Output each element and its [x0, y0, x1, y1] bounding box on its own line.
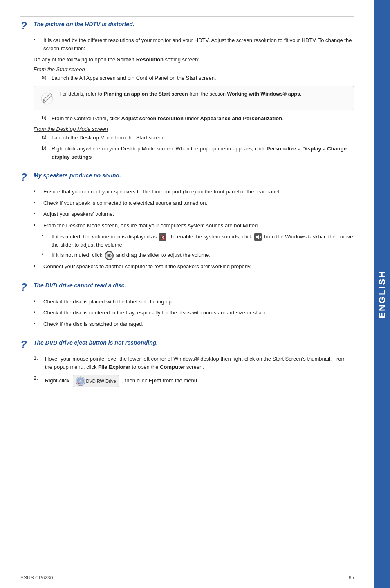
lettered-item-a1: a) Launch the All Apps screen and pin Co… [42, 74, 354, 82]
section-speakers: ? My speakers produce no sound. • Ensure… [20, 172, 354, 271]
content-block-3: • Check if the disc is placed with the l… [34, 298, 354, 328]
letter-a1: a) [42, 74, 52, 80]
lettered-text-db: Right click anywhere on your Desktop Mod… [52, 145, 354, 161]
main-content: ? The picture on the HDTV is distorted. … [0, 0, 374, 588]
bullet-speakers-4: • From the Desktop Mode screen, ensure t… [34, 222, 354, 230]
lettered-item-da: a) Launch the Desktop Mode from the Star… [42, 134, 354, 142]
intro-text: Do any of the following to open the Scre… [34, 56, 354, 64]
bullet-dot-d2: • [34, 309, 40, 315]
page-container: ? The picture on the HDTV is distorted. … [0, 0, 390, 588]
question-title-3: The DVD drive cannot read a disc. [34, 282, 126, 289]
bullet-dot-1: • [34, 37, 40, 43]
svg-text:🔇: 🔇 [160, 234, 166, 240]
lettered-text-a1: Launch the All Apps screen and pin Contr… [52, 74, 216, 82]
note-box: For details, refer to Pinning an app on … [34, 86, 354, 110]
numbered-item-1: 1. Hover your mouse pointer over the low… [34, 355, 354, 371]
numbered-text-1: Hover your mouse pointer over the lower … [45, 355, 354, 371]
lettered-item-b1: b) From the Control Panel, click Adjust … [42, 114, 354, 123]
dvd-label: DVD RW Drive [86, 378, 116, 385]
sub-bullet-text-2: If it is not muted, click and drag the s… [52, 251, 211, 260]
bullet-text-d3: Check if the disc is scratched or damage… [43, 320, 143, 328]
question-title-1: The picture on the HDTV is distorted. [34, 21, 134, 27]
dvd-disc-icon: DVD [76, 376, 85, 386]
lettered-text-b1: From the Control Panel, click Adjust scr… [52, 114, 284, 123]
question-mark-3: ? [20, 281, 29, 294]
dvd-icon-container: DVD DVD RW Drive [73, 375, 119, 387]
question-row-2: ? My speakers produce no sound. [20, 172, 354, 184]
bullet-item-hdtv-1: • It is caused by the different resoluti… [34, 36, 354, 52]
bold-appearance: Appearance and Personalization [200, 115, 282, 121]
muted-icon-inline-2 [254, 233, 262, 241]
bullet-text-s2: Check if your speak is connected to a el… [43, 199, 207, 207]
bold-computer: Computer [160, 364, 185, 370]
bullet-text-hdtv-1: It is caused by the different resolution… [43, 36, 354, 52]
muted-icon-inline: 🔇 [159, 233, 166, 241]
bullet-speakers-3: • Adjust your speakers' volume. [34, 210, 354, 218]
bullet-dot-s4: • [34, 222, 40, 228]
numbered-item-2: 2. Right-click DVD DVD RW Drive [34, 375, 354, 387]
bold-file-explorer: File Explorer [98, 364, 130, 370]
bullet-dvd-3: • Check if the disc is scratched or dama… [34, 320, 354, 328]
question-mark-4: ? [20, 338, 29, 351]
numbered-text-2: Right-click DVD DVD RW Drive , the [45, 375, 198, 387]
bold-adjust: Adjust screen resolution [121, 115, 184, 121]
bullet-dvd-1: • Check if the disc is placed with the l… [34, 298, 354, 306]
start-items: a) Launch the All Apps screen and pin Co… [42, 74, 354, 82]
side-tab-label: ENGLISH [377, 270, 388, 319]
side-tab: ENGLISH [374, 0, 390, 588]
sub-bullet-muted: • If it is muted, the volume icon is dis… [42, 233, 354, 249]
question-row-4: ? The DVD drive eject button is not resp… [20, 339, 354, 351]
note-text: For details, refer to Pinning an app on … [59, 90, 301, 98]
bullet-dot-d3: • [34, 321, 40, 327]
note-bold-2: Working with Windows® apps [227, 91, 300, 97]
section-hdtv: ? The picture on the HDTV is distorted. … [20, 21, 354, 161]
bullet-speakers-1: • Ensure that you connect your speakers … [34, 188, 354, 196]
number-1: 1. [34, 355, 45, 361]
svg-point-12 [80, 381, 81, 382]
footer-right: 65 [349, 575, 354, 581]
bullet-dot-s3: • [34, 211, 40, 217]
sub-bullet-dot-1: • [42, 233, 48, 239]
section-dvd-eject: ? The DVD drive eject button is not resp… [20, 339, 354, 387]
question-row-3: ? The DVD drive cannot read a disc. [20, 282, 354, 294]
bullet-dot-s2: • [34, 200, 40, 206]
content-block-1: • It is caused by the different resoluti… [34, 36, 354, 161]
letter-da: a) [42, 134, 52, 140]
top-divider [20, 16, 354, 17]
svg-point-0 [41, 93, 53, 104]
bullet-text-d2: Check if the disc is centered in the tra… [43, 309, 269, 317]
question-row-1: ? The picture on the HDTV is distorted. [20, 21, 354, 32]
question-mark-1: ? [20, 20, 29, 32]
desktop-items: a) Launch the Desktop Mode from the Star… [42, 134, 354, 161]
bold-eject: Eject [148, 378, 161, 384]
question-title-4: The DVD drive eject button is not respon… [34, 339, 158, 346]
question-mark-2: ? [20, 171, 29, 184]
bold-display: Display [302, 146, 321, 152]
footer: ASUS CP6230 65 [20, 572, 354, 581]
sub-bullet-text-1: If it is muted, the volume icon is displ… [52, 233, 354, 249]
content-block-4: 1. Hover your mouse pointer over the low… [34, 355, 354, 387]
bullet-text-s1: Ensure that you connect your speakers to… [43, 188, 281, 196]
bullet-text-slast: Connect your speakers to another compute… [43, 263, 251, 271]
bullet-dvd-2: • Check if the disc is centered in the t… [34, 309, 354, 317]
bullet-dot-s1: • [34, 188, 40, 194]
from-desktop-label: From the Desktop Mode screen [34, 126, 354, 132]
question-title-2: My speakers produce no sound. [34, 172, 121, 179]
footer-left: ASUS CP6230 [20, 575, 53, 581]
start-items-b: b) From the Control Panel, click Adjust … [42, 114, 354, 123]
volume-icon-inline [105, 251, 114, 260]
sub-bullet-unmuted: • If it is not muted, click and drag the… [42, 251, 354, 260]
bullet-dot-slast: • [34, 263, 40, 269]
lettered-item-db: b) Right click anywhere on your Desktop … [42, 145, 354, 161]
svg-text:DVD: DVD [77, 382, 81, 385]
sub-bullet-dot-2: • [42, 251, 48, 257]
note-bold-1: Pinning an app on the Start screen [103, 91, 188, 97]
bullet-speakers-2: • Check if your speak is connected to a … [34, 199, 354, 207]
bold-screen-resolution: Screen Resolution [117, 56, 164, 63]
letter-db: b) [42, 145, 52, 151]
lettered-text-da: Launch the Desktop Mode from the Start s… [52, 134, 166, 142]
bullet-dot-d1: • [34, 298, 40, 304]
letter-b1: b) [42, 114, 52, 121]
bullet-speakers-last: • Connect your speakers to another compu… [34, 263, 354, 271]
pencil-icon [40, 91, 54, 106]
